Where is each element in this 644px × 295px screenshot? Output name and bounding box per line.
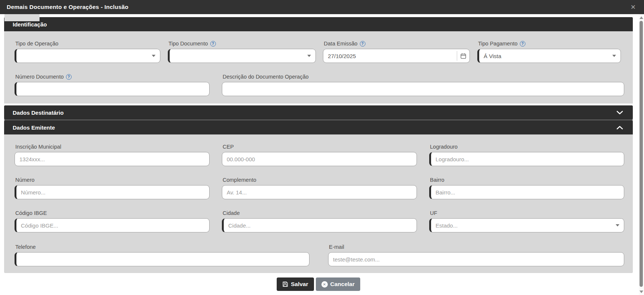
modal-screen: Demais Documento e Operações - Inclusão … xyxy=(0,0,644,295)
field-email: E-mail xyxy=(328,244,624,266)
field-tipo-documento: Tipo Documento ? xyxy=(168,40,316,63)
chevron-down-icon xyxy=(616,224,619,226)
save-floppy-icon xyxy=(282,281,288,287)
field-descricao: Descrição do Documento Operação xyxy=(222,73,624,96)
modal-title: Demais Documento e Operações - Inclusão xyxy=(7,4,129,10)
field-data-emissao: Data Emissão ? xyxy=(323,40,470,63)
field-bairro: Bairro xyxy=(429,177,624,199)
telefone-label: Telefone xyxy=(15,244,310,250)
descricao-label: Descrição do Documento Operação xyxy=(223,73,624,80)
uf-select[interactable]: Estado... xyxy=(429,218,624,232)
help-icon[interactable]: ? xyxy=(210,41,216,47)
calendar-icon[interactable] xyxy=(460,53,466,59)
field-inscricao-municipal: Inscrição Municipal xyxy=(15,143,210,166)
numero-input[interactable] xyxy=(15,185,210,199)
help-icon[interactable]: ? xyxy=(66,74,72,80)
section-header-identificacao: Identificação xyxy=(4,17,633,31)
tipo-pagamento-select[interactable]: Á Vista xyxy=(477,49,621,63)
cidade-label: Cidade xyxy=(223,210,417,216)
vertical-scrollbar[interactable] xyxy=(639,14,644,295)
codigo-ibge-label: Código IBGE xyxy=(15,210,210,216)
cancel-circle-x-icon: ✕ xyxy=(321,281,328,288)
scroll-down-icon[interactable] xyxy=(640,291,643,293)
scroll-up-icon[interactable] xyxy=(640,16,643,19)
section-title: Dados Destinatário xyxy=(13,110,64,116)
codigo-ibge-input[interactable] xyxy=(15,218,210,232)
email-input[interactable] xyxy=(328,252,624,266)
section-body-identificacao: Tipo de Operação Tipo Documento ? xyxy=(4,31,633,104)
field-uf: UF Estado... xyxy=(429,210,624,232)
cidade-input[interactable] xyxy=(222,218,417,232)
cancel-button[interactable]: ✕ Cancelar xyxy=(316,277,360,291)
numero-documento-label: Número Documento ? xyxy=(15,73,210,80)
field-telefone: Telefone xyxy=(15,244,310,266)
field-tipo-operacao: Tipo de Operação xyxy=(15,40,160,63)
bairro-label: Bairro xyxy=(430,177,624,183)
tipo-pagamento-label: Tipo Pagamento ? xyxy=(478,40,621,47)
modal-titlebar: Demais Documento e Operações - Inclusão … xyxy=(0,0,644,14)
field-cep: CEP xyxy=(222,143,417,166)
section-header-dados-destinatario[interactable]: Dados Destinatário xyxy=(4,105,633,120)
save-button[interactable]: Salvar xyxy=(277,277,314,291)
field-tipo-pagamento: Tipo Pagamento ? Á Vista xyxy=(477,40,621,63)
chevron-down-icon xyxy=(152,55,155,57)
action-bar: Salvar ✕ Cancelar xyxy=(4,277,633,291)
complemento-input[interactable] xyxy=(222,185,417,199)
cep-input[interactable] xyxy=(222,152,417,166)
tipo-operacao-select[interactable] xyxy=(15,49,160,63)
input-separator xyxy=(457,51,457,61)
section-title: Identificação xyxy=(13,21,47,28)
field-complemento: Complemento xyxy=(222,177,417,199)
section-header-dados-emitente[interactable]: Dados Emitente xyxy=(4,120,633,134)
data-emissao-input-wrap xyxy=(323,49,470,63)
data-emissao-label: Data Emissão ? xyxy=(324,40,470,47)
descricao-input[interactable] xyxy=(222,82,624,96)
complemento-label: Complemento xyxy=(223,177,417,183)
section-title: Dados Emitente xyxy=(13,124,55,131)
cep-label: CEP xyxy=(223,143,417,150)
inscricao-municipal-input[interactable] xyxy=(15,152,210,166)
field-codigo-ibge: Código IBGE xyxy=(15,210,210,232)
section-body-dados-emitente: Inscrição Municipal CEP Logradouro xyxy=(4,134,633,273)
help-icon[interactable]: ? xyxy=(520,41,525,47)
tipo-documento-label: Tipo Documento ? xyxy=(169,40,316,47)
form-panel: Identificação Tipo de Operação Tipo Docu… xyxy=(4,17,633,273)
tipo-operacao-label: Tipo de Operação xyxy=(15,40,160,47)
help-icon[interactable]: ? xyxy=(360,41,365,47)
bairro-input[interactable] xyxy=(429,185,624,199)
chevron-up-icon xyxy=(616,126,623,130)
logradouro-input[interactable] xyxy=(429,152,624,166)
email-label: E-mail xyxy=(329,244,624,250)
scrollbar-thumb[interactable] xyxy=(640,21,643,287)
inscricao-municipal-label: Inscrição Municipal xyxy=(15,143,210,150)
chevron-down-icon xyxy=(307,55,311,57)
chevron-down-icon xyxy=(612,55,616,57)
uf-label: UF xyxy=(430,210,624,216)
field-numero: Número xyxy=(15,177,210,199)
numero-documento-input[interactable] xyxy=(15,82,210,96)
field-logradouro: Logradouro xyxy=(429,143,624,166)
data-emissao-input[interactable] xyxy=(328,53,455,59)
close-icon[interactable]: ✕ xyxy=(631,4,636,10)
field-cidade: Cidade xyxy=(222,210,417,232)
chevron-down-icon xyxy=(616,111,623,115)
tipo-documento-select[interactable] xyxy=(168,49,316,63)
logradouro-label: Logradouro xyxy=(430,143,624,150)
background-tab-remnant xyxy=(4,14,40,21)
numero-label: Número xyxy=(15,177,210,183)
field-numero-documento: Número Documento ? xyxy=(15,73,210,96)
telefone-input[interactable] xyxy=(15,252,310,266)
